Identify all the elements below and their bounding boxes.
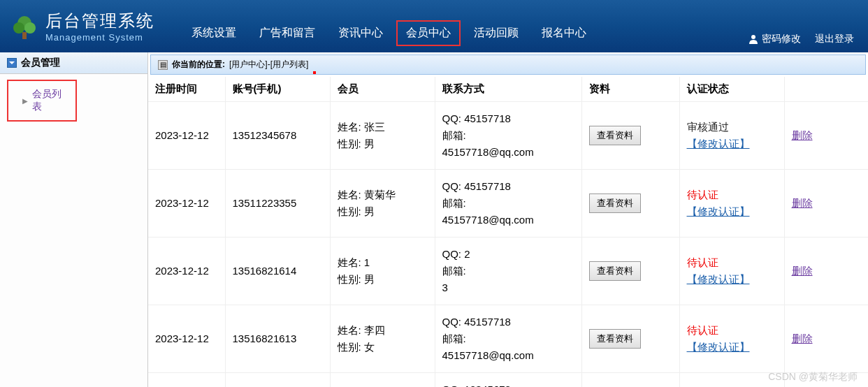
modify-auth-link[interactable]: 【修改认证】: [687, 273, 750, 285]
auth-status: 待认证: [687, 324, 718, 336]
col-profile: 资料: [581, 77, 679, 102]
cell-op: 删除: [784, 170, 868, 238]
sidebar-group-header[interactable]: 会员管理: [0, 52, 147, 74]
breadcrumb-prefix: 你当前的位置:: [172, 59, 225, 71]
cell-profile: 查看资料: [581, 170, 679, 238]
cell-account: 13511223355: [225, 170, 330, 238]
main-nav: 系统设置广告和留言资讯中心会员中心活动回顾报名中心: [182, 6, 596, 46]
auth-status: 审核通过: [687, 121, 729, 133]
cell-reg-time: 2023-12-12: [148, 373, 225, 388]
cell-auth: 审核通过【修改认证】: [679, 102, 784, 170]
nav-item-4[interactable]: 活动回顾: [464, 20, 528, 46]
cell-contact: QQ: 12345678邮箱:12345678@qq.com: [435, 373, 581, 388]
col-op: [784, 77, 868, 102]
delete-link[interactable]: 删除: [792, 129, 813, 141]
col-account: 账号(手机): [225, 77, 330, 102]
cell-reg-time: 2023-12-12: [148, 102, 225, 170]
nav-item-5[interactable]: 报名中心: [532, 20, 596, 46]
change-password-label: 密码修改: [762, 33, 801, 45]
cell-member: 姓名: 黄菊华性别: 男: [330, 170, 435, 238]
col-contact: 联系方式: [435, 77, 581, 102]
view-profile-button[interactable]: 查看资料: [589, 329, 641, 349]
nav-item-1[interactable]: 广告和留言: [249, 20, 325, 46]
delete-link[interactable]: 删除: [792, 265, 813, 277]
cell-auth: 待认证【修改认证】: [679, 305, 784, 373]
cell-contact: QQ: 45157718邮箱:45157718@qq.com: [435, 102, 581, 170]
logout-link[interactable]: 退出登录: [815, 33, 854, 45]
cell-profile: 查看资料: [581, 373, 679, 388]
delete-link[interactable]: 删除: [792, 333, 813, 344]
cell-profile: 查看资料: [581, 238, 679, 305]
table-row: 2023-12-1213516821614姓名: 1性别: 男QQ: 2邮箱:3…: [148, 238, 868, 305]
cell-profile: 查看资料: [581, 102, 679, 170]
member-table: 注册时间 账号(手机) 会员 联系方式 资料 认证状态 2023-12-1213…: [148, 77, 868, 387]
auth-status: 待认证: [687, 256, 718, 268]
arrow-icon: ▶: [22, 97, 28, 105]
col-member: 会员: [330, 77, 435, 102]
cell-member: 姓名: 张三性别: 男: [330, 102, 435, 170]
nav-item-3[interactable]: 会员中心: [396, 20, 461, 46]
cell-op: 删除: [784, 305, 868, 373]
svg-point-4: [751, 35, 755, 39]
person-icon: [748, 34, 758, 44]
table-header-row: 注册时间 账号(手机) 会员 联系方式 资料 认证状态: [148, 77, 868, 102]
svg-rect-0: [22, 32, 27, 39]
delete-link[interactable]: 删除: [792, 197, 813, 209]
table-row: 2023-12-1213511223355姓名: 黄菊华性别: 男QQ: 451…: [148, 170, 868, 238]
cell-account: 13516821614: [225, 238, 330, 305]
sidebar-group-title: 会员管理: [21, 57, 60, 69]
tree-icon: [10, 13, 38, 41]
page-icon: ▤: [158, 60, 168, 70]
cell-profile: 查看资料: [581, 305, 679, 373]
cell-reg-time: 2023-12-12: [148, 170, 225, 238]
cell-account: 13516821613: [225, 305, 330, 373]
cell-contact: QQ: 45157718邮箱:45157718@qq.com: [435, 170, 581, 238]
sidebar: 会员管理 ▶ 会员列表: [0, 52, 148, 387]
collapse-icon: [7, 58, 17, 68]
cell-account: 13512345678: [225, 102, 330, 170]
cell-auth: 待认证【修改认证】: [679, 238, 784, 305]
cell-contact: QQ: 2邮箱:3: [435, 238, 581, 305]
app-subtitle: Management System: [45, 32, 154, 43]
header: 后台管理系统 Management System 系统设置广告和留言资讯中心会员…: [0, 0, 868, 52]
sidebar-item-member-list[interactable]: ▶ 会员列表: [7, 80, 77, 122]
modify-auth-link[interactable]: 【修改认证】: [687, 138, 750, 149]
table-row: 2023-12-1213516821613姓名: 李四性别: 女QQ: 4515…: [148, 305, 868, 373]
breadcrumb-path: [用户中心]-[用户列表]: [229, 59, 308, 71]
col-auth: 认证状态: [679, 77, 784, 102]
logo-area: 后台管理系统 Management System: [0, 10, 182, 43]
cell-op: 删除: [784, 102, 868, 170]
table-row: 2023-12-1213511223344姓名: 张三性别: 男QQ: 1234…: [148, 373, 868, 388]
cell-reg-time: 2023-12-12: [148, 238, 225, 305]
watermark: CSDN @黄菊华老师: [768, 371, 858, 384]
view-profile-button[interactable]: 查看资料: [589, 194, 641, 213]
cell-account: 13511223344: [225, 373, 330, 388]
svg-point-2: [13, 22, 24, 34]
view-profile-button[interactable]: 查看资料: [589, 126, 641, 145]
svg-point-3: [24, 22, 36, 34]
modify-auth-link[interactable]: 【修改认证】: [687, 341, 750, 353]
main-content: ▤ 你当前的位置: [用户中心]-[用户列表] 注册时间 账号(手机) 会员 联…: [148, 52, 868, 387]
cell-member: 姓名: 1性别: 男: [330, 238, 435, 305]
breadcrumb: ▤ 你当前的位置: [用户中心]-[用户列表]: [150, 54, 866, 75]
cell-contact: QQ: 45157718邮箱:45157718@qq.com: [435, 305, 581, 373]
cell-member: 姓名: 李四性别: 女: [330, 305, 435, 373]
sidebar-item-label: 会员列表: [32, 88, 62, 113]
header-right: 密码修改 退出登录: [748, 33, 854, 45]
table-row: 2023-12-1213512345678姓名: 张三性别: 男QQ: 4515…: [148, 102, 868, 170]
cell-reg-time: 2023-12-12: [148, 305, 225, 373]
change-password-link[interactable]: 密码修改: [748, 33, 801, 45]
nav-item-2[interactable]: 资讯中心: [328, 20, 393, 46]
app-title: 后台管理系统: [45, 10, 154, 32]
auth-status: 待认证: [687, 189, 718, 200]
nav-item-0[interactable]: 系统设置: [182, 20, 246, 46]
cell-member: 姓名: 张三性别: 男: [330, 373, 435, 388]
modify-auth-link[interactable]: 【修改认证】: [687, 205, 750, 217]
cell-auth: 待认证【修改认证】: [679, 170, 784, 238]
cell-op: 删除: [784, 238, 868, 305]
view-profile-button[interactable]: 查看资料: [589, 261, 641, 281]
col-reg-time: 注册时间: [148, 77, 225, 102]
